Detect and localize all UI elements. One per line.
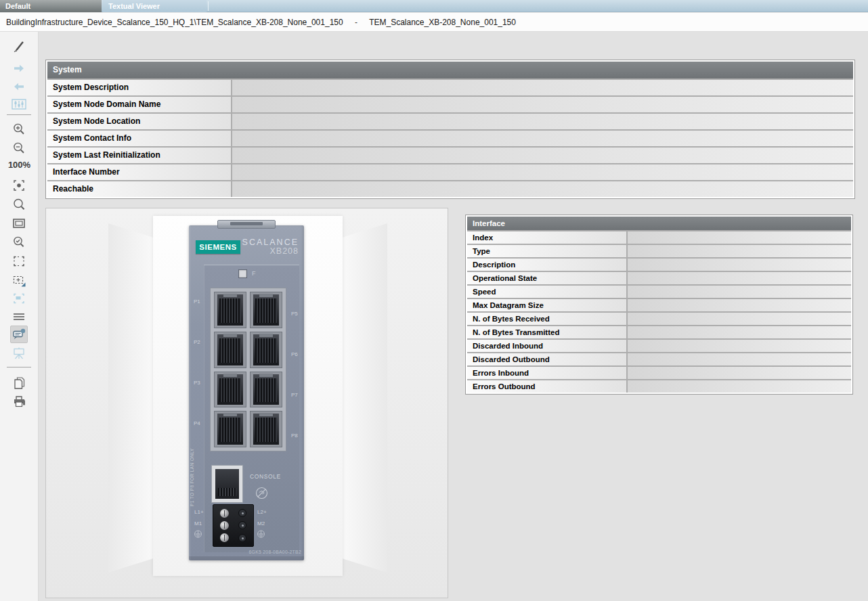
row-label: N. of Bytes Transmitted: [467, 326, 628, 338]
row-value: [232, 148, 853, 163]
row-label: Discarded Inbound: [467, 340, 628, 352]
terminal-label-l1: L1+: [194, 509, 204, 515]
row-label: Speed: [467, 286, 628, 298]
din-rail-clip: [217, 220, 276, 229]
device-model-label: SCALANCE XB208: [242, 238, 299, 256]
table-row: N. of Bytes Received: [467, 311, 851, 325]
table-row: Type: [467, 244, 851, 257]
row-value: [628, 380, 851, 393]
power-terminal-block: [213, 504, 254, 547]
row-value: [232, 97, 853, 112]
table-row: System Node Domain Name: [47, 95, 853, 112]
comment-icon[interactable]: [10, 326, 28, 343]
console-port: [211, 465, 243, 503]
toolbar-separator: [7, 367, 31, 368]
filter-sliders-icon[interactable]: [10, 95, 28, 113]
magnifier-icon[interactable]: [10, 196, 28, 213]
backdrop-right-wing: [343, 223, 387, 573]
device-card: SIEMENS SCALANCE XB208 F P1 P2 P3 P4: [153, 216, 343, 576]
select-region-icon[interactable]: [10, 252, 28, 270]
row-label: Type: [467, 245, 628, 257]
rj45-port: [250, 411, 282, 447]
system-properties-panel: System System DescriptionSystem Node Dom…: [45, 60, 855, 199]
rj45-port: [250, 372, 282, 408]
rj45-jack: [217, 374, 243, 405]
row-value: [628, 313, 851, 325]
terminal-screw: [238, 534, 246, 542]
copy-pages-icon[interactable]: [10, 374, 28, 392]
row-label: Discarded Outbound: [467, 353, 628, 365]
terminal-label-m1: M1: [194, 520, 202, 527]
row-label: Errors Inbound: [467, 367, 628, 379]
rj45-jack: [217, 414, 243, 445]
row-label: System Description: [47, 80, 232, 95]
ground-symbol-icon: [257, 530, 265, 539]
rj45-jack: [253, 294, 279, 326]
row-value: [232, 164, 853, 180]
edit-pen-icon[interactable]: [10, 37, 28, 55]
port-label-p8: P8: [291, 432, 298, 439]
row-label: System Last Reinitialization: [47, 148, 232, 163]
table-row: Discarded Inbound: [467, 338, 851, 352]
application-window: { "tabs": [ { "label": "Default", "activ…: [0, 0, 868, 601]
interface-panel-title: Interface: [467, 217, 851, 230]
breadcrumb: BuildingInfrastructure_Device_Scalance_1…: [0, 13, 868, 32]
tab-textual-viewer[interactable]: Textual Viewer: [103, 0, 207, 12]
table-row: Index: [467, 230, 851, 244]
port-label-p7: P7: [291, 392, 298, 398]
table-row: System Node Location: [47, 112, 853, 129]
viewer-toolbar: 100%: [0, 32, 39, 601]
terminal-label-m2: M2: [257, 520, 265, 527]
row-value: [628, 367, 851, 379]
pan-region-icon[interactable]: [10, 271, 28, 289]
tab-default[interactable]: Default: [0, 0, 102, 12]
forward-arrow-icon[interactable]: [10, 60, 28, 77]
table-row: System Description: [47, 79, 853, 95]
breadcrumb-path: BuildingInfrastructure_Device_Scalance_1…: [6, 18, 343, 27]
layers-list-icon[interactable]: [10, 308, 28, 326]
table-row: Errors Outbound: [467, 379, 851, 393]
back-arrow-icon[interactable]: [10, 78, 28, 95]
model-number-label: XB208: [242, 247, 299, 256]
table-row: Errors Inbound: [467, 365, 851, 379]
print-icon[interactable]: [10, 393, 28, 410]
projection-disabled-icon[interactable]: [10, 344, 28, 362]
lan-only-note: P1 TO P8 FOR LAN ONLY: [190, 428, 196, 506]
port-label-p1: P1: [194, 298, 200, 305]
table-row: Discarded Outbound: [467, 352, 851, 365]
terminal-screw: [220, 509, 229, 518]
row-value: [628, 286, 851, 298]
frame-disabled-icon[interactable]: [10, 290, 28, 307]
zoom-verify-icon[interactable]: [10, 233, 28, 251]
rj45-port-block: [210, 288, 286, 451]
row-label: System Contact Info: [47, 131, 232, 146]
row-value: [628, 231, 851, 244]
row-value: [628, 353, 851, 365]
siemens-logo: SIEMENS: [196, 240, 240, 254]
row-value: [628, 326, 851, 338]
table-row: N. of Bytes Transmitted: [467, 325, 851, 338]
row-value: [232, 80, 853, 95]
terminal-screw: [238, 509, 246, 517]
row-value: [628, 299, 851, 311]
fit-view-icon[interactable]: [10, 177, 28, 194]
row-label: System Node Location: [47, 114, 232, 129]
toolbar-separator: [7, 114, 31, 115]
rj45-port: [214, 292, 246, 328]
terminal-label-l2: L2+: [257, 509, 267, 515]
rj45-jack: [253, 334, 279, 365]
rj45-port: [214, 411, 246, 447]
rj45-port: [250, 332, 282, 368]
view-tab-bar: Default Textual Viewer: [0, 0, 868, 12]
system-panel-title: System: [47, 62, 853, 79]
zoom-in-icon[interactable]: [10, 120, 28, 138]
row-label: Reachable: [47, 181, 232, 197]
tab-separator: [208, 1, 209, 11]
no-telephone-icon: [255, 486, 269, 500]
window-view-icon[interactable]: [10, 215, 28, 232]
device-part-number: 6GK5 208-0BA00-2TB2: [249, 550, 302, 554]
ground-symbol-icon: [194, 530, 202, 539]
console-jack: [215, 469, 239, 499]
zoom-level-label[interactable]: 100%: [0, 160, 39, 170]
zoom-out-icon[interactable]: [10, 139, 28, 157]
